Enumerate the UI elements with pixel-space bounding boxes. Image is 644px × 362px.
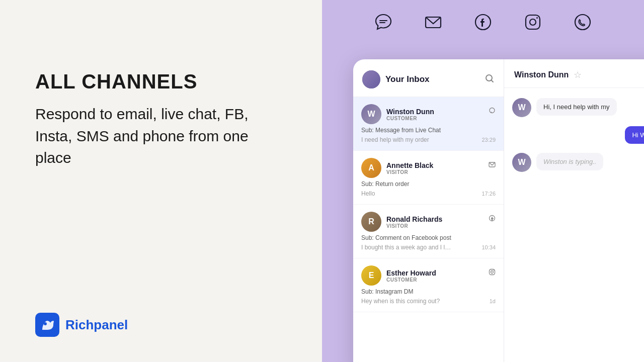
facebook-channel-icon[interactable] <box>472 11 494 33</box>
email-icon-annette <box>489 161 496 169</box>
chat-contact-name: Winston Dunn <box>514 70 569 79</box>
convo-info-esther: Esther Howard CUSTOMER <box>386 268 496 283</box>
avatar-winston: W <box>361 104 381 124</box>
convo-subject-annette: Sub: Return order <box>361 180 496 188</box>
chat-messages: W Hi, I need help with my Hi Wins... W W… <box>504 88 644 362</box>
avatar-annette: A <box>361 158 381 178</box>
convo-name-ronald: Ronald Richards <box>386 215 442 223</box>
right-panel: Your Inbox W Wins <box>322 0 644 362</box>
conversation-item-annette[interactable]: A Annette Black VISITOR Sub: Return orde <box>353 151 504 205</box>
left-panel: ALL CHANNELS Respond to email, live chat… <box>0 0 322 362</box>
inbox-header: Your Inbox <box>353 59 504 97</box>
svg-point-12 <box>490 108 495 113</box>
conversation-list: W Winston Dunn CUSTOMER Sub: Message fro <box>353 97 504 362</box>
convo-info-annette: Annette Black VISITOR <box>386 161 496 175</box>
msg-bubble-customer: Hi, I need help with my <box>536 98 617 116</box>
whatsapp-channel-icon[interactable] <box>572 11 594 33</box>
convo-preview-winston: I need help with my order <box>361 136 429 143</box>
message-row-agent: Hi Wins... <box>512 126 644 144</box>
left-content: ALL CHANNELS Respond to email, live chat… <box>35 70 287 169</box>
convo-preview-ronald: I bought this a week ago and I lovee it.… <box>361 244 452 251</box>
convo-name-winston: Winston Dunn <box>386 108 434 116</box>
convo-subject-esther: Sub: Instagram DM <box>361 288 496 295</box>
msg-avatar-typing: W <box>512 153 531 172</box>
inbox-title: Your Inbox <box>385 74 430 84</box>
description: Respond to email, live chat, FB, Insta, … <box>35 103 277 169</box>
avatar-ronald: R <box>361 212 381 232</box>
logo-area: Richpanel <box>35 313 287 337</box>
svg-point-9 <box>575 15 590 30</box>
app-mockup: Your Inbox W Wins <box>353 59 644 362</box>
msg-typing-indicator: Winston is typing.. <box>536 153 603 170</box>
svg-point-17 <box>494 270 495 271</box>
inbox-panel: Your Inbox W Wins <box>353 59 504 362</box>
convo-time-annette: 17:26 <box>481 191 496 197</box>
inbox-avatar <box>362 70 380 88</box>
facebook-icon-ronald <box>489 215 496 223</box>
convo-role-esther: CUSTOMER <box>386 277 496 283</box>
convo-name-esther: Esther Howard <box>386 269 436 277</box>
convo-time-ronald: 10:34 <box>481 244 496 250</box>
message-row-customer: W Hi, I need help with my <box>512 98 644 117</box>
chat-panel: Winston Dunn ☆ W Hi, I need help with my… <box>504 59 644 362</box>
email-channel-icon[interactable] <box>422 11 444 33</box>
instagram-icon-esther <box>489 268 496 277</box>
convo-time-esther: 1d <box>490 298 496 304</box>
instagram-channel-icon[interactable] <box>522 11 544 33</box>
conversation-item-winston[interactable]: W Winston Dunn CUSTOMER Sub: Message fro <box>353 97 504 151</box>
inbox-title-row: Your Inbox <box>362 70 430 88</box>
convo-preview-annette: Hello <box>361 190 375 197</box>
svg-point-7 <box>530 19 536 25</box>
message-row-typing: W Winston is typing.. <box>512 153 644 172</box>
convo-info-winston: Winston Dunn CUSTOMER <box>386 107 496 121</box>
convo-subject-winston: Sub: Message from Live Chat <box>361 127 496 134</box>
convo-preview-esther: Hey when is this coming out? <box>361 298 440 305</box>
convo-name-annette: Annette Black <box>386 161 433 169</box>
agent-bubble: Hi Wins... <box>625 126 644 144</box>
svg-point-16 <box>491 271 494 274</box>
chat-header: Winston Dunn ☆ <box>504 59 644 88</box>
svg-point-8 <box>536 17 538 19</box>
conversation-item-ronald[interactable]: R Ronald Richards VISITOR Sub: Comment o <box>353 205 504 258</box>
chat-icon-winston <box>489 107 496 116</box>
convo-role-winston: CUSTOMER <box>386 116 496 121</box>
convo-role-annette: VISITOR <box>386 169 496 175</box>
svg-point-1 <box>44 322 47 325</box>
msg-avatar-winston: W <box>512 98 531 117</box>
convo-role-ronald: VISITOR <box>386 223 496 229</box>
svg-rect-6 <box>526 15 540 29</box>
convo-subject-ronald: Sub: Comment on Facebook post <box>361 234 496 241</box>
chat-star-icon[interactable]: ☆ <box>574 69 582 80</box>
logo-text: Richpanel <box>65 317 128 333</box>
convo-time-winston: 23:29 <box>481 137 496 143</box>
avatar-esther: E <box>361 265 381 286</box>
conversation-item-esther[interactable]: E Esther Howard CUSTOMER Sub: Instagram <box>353 258 504 312</box>
search-icon[interactable] <box>485 73 495 85</box>
richpanel-logo-icon <box>35 313 59 337</box>
chat-channel-icon[interactable] <box>372 11 394 33</box>
top-icons-bar <box>322 0 644 42</box>
svg-line-11 <box>492 80 494 82</box>
headline: ALL CHANNELS <box>35 70 287 93</box>
convo-info-ronald: Ronald Richards VISITOR <box>386 215 496 229</box>
